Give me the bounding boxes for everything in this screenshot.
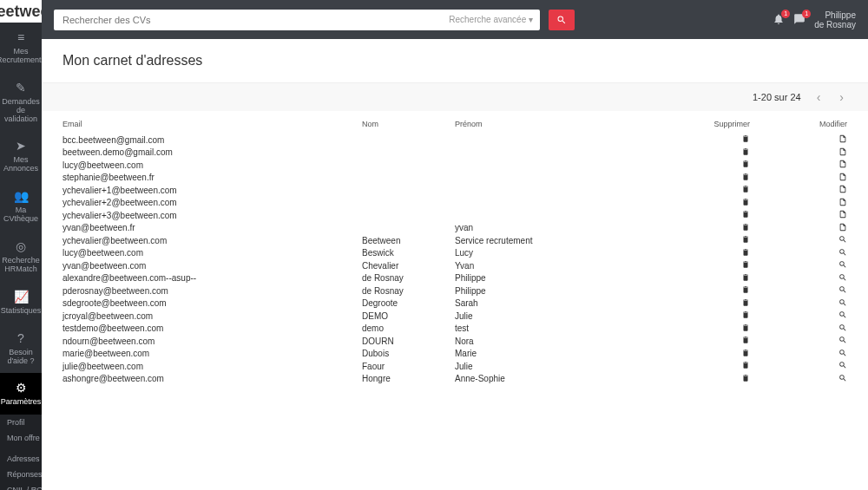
edit-button[interactable] bbox=[750, 285, 847, 296]
cell-email: yvan@beetween.fr bbox=[62, 223, 362, 232]
table-row: marie@beetween.comDuboisMarie bbox=[62, 348, 847, 361]
delete-button[interactable] bbox=[659, 361, 750, 371]
notifications-messages[interactable]: 1 bbox=[793, 13, 806, 27]
edit-button[interactable] bbox=[750, 235, 847, 245]
search-button[interactable] bbox=[549, 10, 575, 30]
user-menu[interactable]: Philippede Rosnay bbox=[814, 10, 856, 29]
delete-button[interactable] bbox=[659, 235, 750, 245]
sidebar-item-ma-cvth-que[interactable]: 👥Ma CVthèque bbox=[0, 181, 42, 232]
cell-nom: Chevalier bbox=[362, 261, 455, 271]
sidebar-sub-mon-offre-actuelle[interactable]: Mon offre actuelle bbox=[0, 430, 42, 446]
cell-email: marie@beetween.com bbox=[62, 349, 362, 358]
sidebar-item-demandes-de-validation[interactable]: ✎Demandes de validation bbox=[0, 73, 42, 132]
delete-button[interactable] bbox=[659, 223, 750, 233]
delete-button[interactable] bbox=[659, 273, 750, 284]
table-row: lucy@beetween.com bbox=[62, 159, 847, 172]
cell-nom: demo bbox=[362, 323, 455, 333]
cell-nom: Beswick bbox=[362, 248, 455, 258]
delete-button[interactable] bbox=[659, 173, 750, 183]
sidebar-item-mes-recrutements[interactable]: ≡Mes Recrutements bbox=[0, 23, 42, 73]
nav-icon: 📈 bbox=[14, 290, 29, 304]
advanced-search-link[interactable]: Recherche avancée ▾ bbox=[442, 15, 540, 24]
delete-button[interactable] bbox=[659, 374, 750, 384]
pagination-next[interactable]: › bbox=[836, 90, 847, 104]
edit-button[interactable] bbox=[750, 134, 847, 145]
delete-button[interactable] bbox=[659, 185, 750, 195]
delete-button[interactable] bbox=[659, 248, 750, 258]
edit-button[interactable] bbox=[750, 185, 847, 195]
delete-button[interactable] bbox=[659, 323, 750, 334]
delete-button[interactable] bbox=[659, 310, 750, 321]
delete-button[interactable] bbox=[659, 349, 750, 359]
table-row: ndourn@beetween.comDOURNNora bbox=[62, 335, 847, 348]
sidebar-item-mes-annonces[interactable]: ➤Mes Annonces bbox=[0, 131, 42, 181]
sidebar-sub-cnil-rgpd[interactable]: CNIL / RGPD bbox=[0, 482, 42, 490]
pagination-prev[interactable]: ‹ bbox=[813, 90, 825, 104]
table-row: pderosnay@beetween.comde RosnayPhilippe bbox=[62, 284, 847, 297]
cell-prenom: Philippe bbox=[455, 286, 659, 296]
page-title: Mon carnet d'adresses bbox=[42, 39, 868, 83]
notifications-bell[interactable]: 1 bbox=[773, 13, 785, 27]
cell-email: ychevalier+2@beetween.com bbox=[62, 198, 362, 207]
edit-button[interactable] bbox=[750, 361, 847, 371]
sidebar-sub-adresses-d-exp-dition[interactable]: Adresses d'expédition bbox=[0, 451, 42, 467]
cell-nom: Degroote bbox=[362, 298, 455, 308]
logo[interactable]: Beetween bbox=[0, 0, 42, 23]
sidebar-item-statistiques[interactable]: 📈Statistiques bbox=[0, 282, 42, 323]
edit-button[interactable] bbox=[750, 198, 847, 208]
cell-prenom: Philippe bbox=[455, 273, 659, 283]
table-row: testdemo@beetween.comdemotest bbox=[62, 323, 847, 336]
edit-button[interactable] bbox=[750, 160, 847, 170]
edit-button[interactable] bbox=[750, 349, 847, 359]
table-row: ychevalier+2@beetween.com bbox=[62, 197, 847, 210]
edit-button[interactable] bbox=[750, 298, 847, 309]
delete-button[interactable] bbox=[659, 285, 750, 296]
cell-email: pderosnay@beetween.com bbox=[62, 286, 362, 296]
sidebar-item-recherche-hrmatch[interactable]: ◎Recherche HRMatch bbox=[0, 232, 42, 282]
delete-button[interactable] bbox=[659, 336, 750, 346]
edit-button[interactable] bbox=[750, 323, 847, 334]
cell-prenom: Julie bbox=[455, 362, 659, 371]
edit-button[interactable] bbox=[750, 260, 847, 271]
cell-prenom: test bbox=[455, 323, 659, 333]
edit-button[interactable] bbox=[750, 374, 847, 384]
sidebar-sub-r-ponses-automatiques[interactable]: Réponses automatiques bbox=[0, 467, 42, 482]
edit-button[interactable] bbox=[750, 147, 847, 158]
nav-icon: ? bbox=[17, 331, 24, 345]
delete-button[interactable] bbox=[659, 160, 750, 170]
edit-button[interactable] bbox=[750, 336, 847, 346]
delete-button[interactable] bbox=[659, 147, 750, 158]
table-row: ychevalier+1@beetween.com bbox=[62, 184, 847, 197]
nav-icon: ✎ bbox=[16, 81, 26, 95]
table-header: Email Nom Prénom Supprimer Modifier bbox=[62, 111, 847, 134]
cell-email: sdegroote@beetween.com bbox=[62, 298, 362, 308]
table-row: beetween.demo@gmail.com bbox=[62, 147, 847, 160]
cell-nom: Faour bbox=[362, 362, 455, 371]
cell-email: yvan@beetween.com bbox=[62, 261, 362, 271]
delete-button[interactable] bbox=[659, 210, 750, 220]
edit-button[interactable] bbox=[750, 210, 847, 220]
sidebar-item-besoin-d-aide-[interactable]: ?Besoin d'aide ? bbox=[0, 323, 42, 374]
cell-email: ychevalier+3@beetween.com bbox=[62, 211, 362, 220]
cell-prenom: Service recrutement bbox=[455, 236, 659, 245]
sidebar-item-param-tres[interactable]: ⚙Paramètres bbox=[0, 373, 42, 415]
edit-button[interactable] bbox=[750, 223, 847, 233]
cell-email: lucy@beetween.com bbox=[62, 160, 362, 170]
edit-button[interactable] bbox=[750, 273, 847, 284]
delete-button[interactable] bbox=[659, 260, 750, 271]
delete-button[interactable] bbox=[659, 198, 750, 208]
edit-button[interactable] bbox=[750, 248, 847, 258]
delete-button[interactable] bbox=[659, 134, 750, 145]
delete-button[interactable] bbox=[659, 298, 750, 309]
table-row: julie@beetween.comFaourJulie bbox=[62, 360, 847, 373]
cell-prenom: Marie bbox=[455, 349, 659, 358]
cell-email: bcc.beetween@gmail.com bbox=[62, 135, 362, 145]
cell-prenom: yvan bbox=[455, 223, 659, 232]
edit-button[interactable] bbox=[750, 310, 847, 321]
edit-button[interactable] bbox=[750, 173, 847, 183]
table-row: ychevalier@beetween.comBeetweenService r… bbox=[62, 234, 847, 247]
cell-nom: Hongre bbox=[362, 374, 455, 383]
search-input[interactable] bbox=[54, 15, 442, 25]
sidebar-sub-profil[interactable]: Profil bbox=[0, 415, 42, 430]
cell-prenom: Julie bbox=[455, 311, 659, 321]
